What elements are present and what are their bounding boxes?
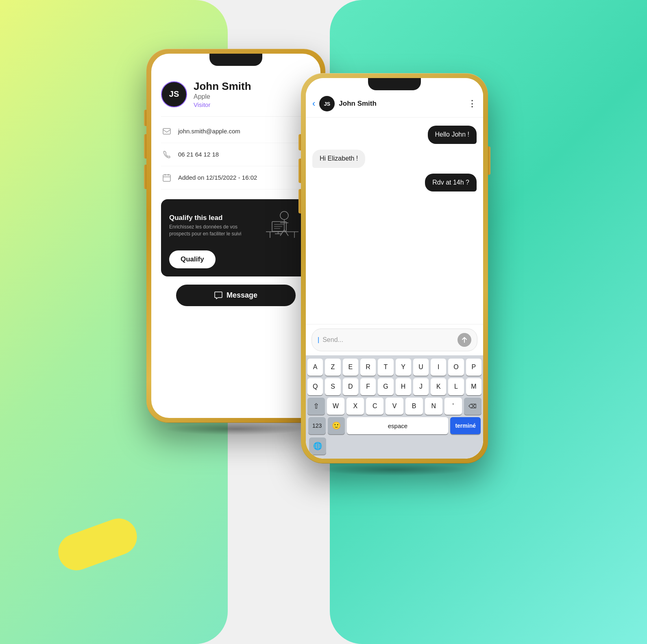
send-button[interactable] (457, 333, 471, 347)
message-button[interactable]: Message (176, 285, 296, 306)
email-icon (161, 126, 172, 137)
contact-row-phone: 06 21 64 12 18 (161, 143, 311, 166)
key-R[interactable]: R (360, 359, 376, 376)
globe-key[interactable]: 🌐 (309, 437, 326, 455)
key-J[interactable]: J (413, 378, 429, 395)
key-Y[interactable]: Y (396, 359, 411, 376)
key-Q[interactable]: Q (307, 378, 323, 395)
key-M[interactable]: M (466, 378, 481, 395)
qualify-row: Qualify this lead Enrichissez les donnée… (169, 207, 303, 244)
message-received-1: Hi Elizabeth ! (312, 150, 365, 168)
chat-input-area: | Send... (306, 324, 483, 355)
message-sent-2: Rdv at 14h ? (425, 174, 477, 192)
chat-input-field[interactable]: Send... (322, 336, 454, 344)
key-K[interactable]: K (431, 378, 446, 395)
phone2-side-btn-left3 (298, 189, 301, 213)
message-sent-1: Hello John ! (428, 126, 477, 144)
svg-point-5 (280, 211, 288, 220)
phones-container: JS John Smith Apple Visitor (33, 24, 602, 618)
svg-rect-1 (163, 175, 170, 181)
send-icon (461, 337, 468, 343)
more-options-button[interactable]: ⋮ (468, 98, 477, 109)
phone1-screen: JS John Smith Apple Visitor (151, 54, 320, 418)
qualify-title: Qualify this lead (169, 214, 250, 222)
phone2-notch (368, 78, 421, 90)
profile-name: John Smith (194, 80, 311, 92)
key-A[interactable]: A (307, 359, 323, 376)
emoji-key[interactable]: 🙂 (328, 417, 345, 434)
chat-avatar: JS (319, 96, 335, 111)
key-V[interactable]: V (386, 398, 403, 415)
contact-info-list: john.smith@apple.com 06 21 64 12 18 (161, 117, 311, 193)
phone2-screen: ‹ JS John Smith ⋮ Hello John ! Hi Elizab… (306, 78, 483, 459)
phone2-shadow (320, 463, 469, 476)
phone2-shell: ‹ JS John Smith ⋮ Hello John ! Hi Elizab… (301, 73, 488, 463)
qualify-button[interactable]: Qualify (169, 250, 216, 268)
svg-rect-0 (163, 128, 170, 134)
date-value: Added on 12/15/2022 - 16:02 (178, 174, 257, 181)
keyboard-row-3: ⇧ W X C V B N ' ⌫ (307, 398, 481, 415)
key-P[interactable]: P (466, 359, 481, 376)
phone1-content-area: JS John Smith Apple Visitor (151, 54, 320, 418)
qualify-banner: Qualify this lead Enrichissez les donnée… (161, 199, 311, 276)
chat-contact-name: John Smith (339, 100, 464, 108)
phone2-content-area: ‹ JS John Smith ⋮ Hello John ! Hi Elizab… (306, 78, 483, 459)
phone1-side-btn-left1 (144, 110, 146, 126)
calendar-icon (161, 172, 172, 183)
qualify-description: Enrichissez les données de vos prospects… (169, 224, 250, 237)
phone2-chat: ‹ JS John Smith ⋮ Hello John ! Hi Elizab… (301, 73, 488, 463)
phone2-side-btn-left1 (298, 134, 301, 150)
phone1-side-btn-left2 (144, 134, 146, 159)
phone2-side-btn-right (488, 146, 490, 175)
avatar: JS (161, 81, 187, 107)
message-button-label: Message (227, 291, 257, 300)
space-key[interactable]: espace (347, 417, 448, 434)
keyboard-row-1: A Z E R T Y U I O P (307, 359, 481, 376)
key-E[interactable]: E (343, 359, 358, 376)
key-C[interactable]: C (366, 398, 383, 415)
key-W[interactable]: W (327, 398, 344, 415)
keyboard-row-bottom: 123 🙂 espace terminé (307, 417, 481, 434)
message-icon (214, 291, 222, 299)
key-U[interactable]: U (413, 359, 429, 376)
phone1-shadow (164, 423, 307, 435)
contact-row-date: Added on 12/15/2022 - 16:02 (161, 166, 311, 189)
profile-header: JS John Smith Apple Visitor (161, 74, 311, 117)
key-I[interactable]: I (431, 359, 446, 376)
key-S[interactable]: S (325, 378, 340, 395)
keyboard: A Z E R T Y U I O P Q (306, 355, 483, 459)
email-value: john.smith@apple.com (178, 128, 240, 135)
key-123[interactable]: 123 (308, 417, 326, 434)
key-Z[interactable]: Z (325, 359, 340, 376)
key-B[interactable]: B (405, 398, 423, 415)
phone1-shell: JS John Smith Apple Visitor (146, 49, 325, 423)
back-button[interactable]: ‹ (312, 98, 315, 109)
key-F[interactable]: F (360, 378, 376, 395)
phone-value: 06 21 64 12 18 (178, 151, 219, 158)
profile-role: Visitor (194, 101, 311, 108)
key-X[interactable]: X (346, 398, 364, 415)
key-G[interactable]: G (378, 378, 393, 395)
profile-company: Apple (194, 93, 311, 100)
qualify-illustration (250, 207, 303, 244)
key-apostrophe[interactable]: ' (444, 398, 462, 415)
shift-key[interactable]: ⇧ (307, 398, 325, 415)
key-T[interactable]: T (378, 359, 393, 376)
key-D[interactable]: D (343, 378, 358, 395)
keyboard-row-2: Q S D F G H J K L M (307, 378, 481, 395)
profile-info: John Smith Apple Visitor (194, 80, 311, 108)
key-O[interactable]: O (448, 359, 464, 376)
qualify-content: Qualify this lead Enrichissez les donnée… (169, 214, 250, 237)
key-N[interactable]: N (425, 398, 442, 415)
phone1-contact: JS John Smith Apple Visitor (146, 49, 325, 423)
chat-input-row[interactable]: | Send... (312, 329, 477, 351)
svg-line-8 (280, 230, 284, 236)
phone2-side-btn-left2 (298, 159, 301, 183)
phone1-notch (209, 54, 262, 66)
key-L[interactable]: L (448, 378, 464, 395)
phone-icon (161, 149, 172, 160)
delete-key[interactable]: ⌫ (464, 398, 481, 415)
chat-messages: Hello John ! Hi Elizabeth ! Rdv at 14h ? (306, 117, 483, 324)
key-H[interactable]: H (396, 378, 411, 395)
done-key[interactable]: terminé (450, 417, 481, 434)
